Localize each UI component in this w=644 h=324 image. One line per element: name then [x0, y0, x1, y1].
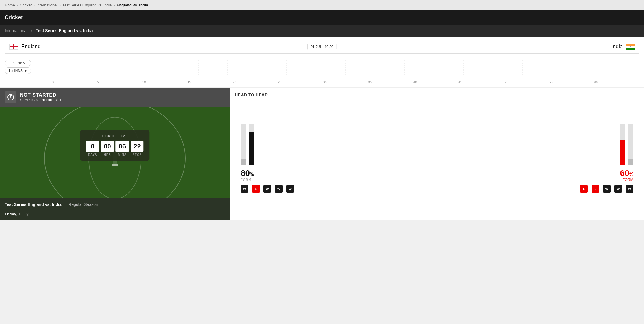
- india-flag-icon: [626, 44, 635, 50]
- india-form-pct: 60%: [620, 168, 633, 178]
- england-bar-bg: [241, 124, 246, 165]
- axis-10: 10: [142, 80, 187, 84]
- not-started-title: NOT STARTED: [20, 92, 62, 98]
- teams-content: England 01 JUL | 10:30 India: [5, 40, 639, 54]
- eng-result-2: L: [252, 185, 260, 193]
- breadcrumb: Home › Cricket › International › Test Se…: [0, 0, 644, 10]
- match-season: Regular Season: [68, 202, 98, 207]
- ind-result-5: W: [626, 185, 633, 193]
- india-flag-mid: [626, 46, 635, 48]
- england-bars: [241, 124, 254, 165]
- not-started-subtitle: STARTS AT 10:30 BST: [20, 98, 62, 102]
- match-info: Test Series England vs. India | Regular …: [0, 198, 230, 220]
- match-series-row: Test Series England vs. India | Regular …: [5, 202, 225, 207]
- kickoff-days: 0 DAYS: [86, 141, 99, 156]
- starts-at-label: STARTS AT: [20, 98, 40, 102]
- innings-dropdown[interactable]: 1st INNS ▼: [5, 67, 31, 74]
- kickoff-secs-val: 22: [131, 141, 143, 152]
- ind-result-2: L: [592, 185, 599, 193]
- kickoff-hrs-val: 00: [101, 141, 114, 152]
- kickoff-secs-label: SECS: [133, 153, 142, 156]
- india-bar-bg: [628, 124, 633, 165]
- kickoff-secs: 22 SECS: [131, 141, 143, 156]
- eng-result-3: W: [263, 185, 271, 193]
- kickoff-values: 0 DAYS 00 HRS 06 MINS 22 SECS: [86, 141, 143, 156]
- match-date-value: 1 July: [18, 212, 28, 216]
- match-date-line: Friday, 1 July: [5, 209, 225, 216]
- home-team-name: England: [21, 44, 41, 50]
- axis-0: 0: [52, 80, 97, 84]
- breadcrumb-sep4: ›: [113, 3, 115, 7]
- match-date-badge: 01 JUL | 10:30: [307, 44, 336, 50]
- ind-dash-3: –: [611, 187, 614, 191]
- england-form: 80% FORM W – L – W – W – W: [241, 124, 294, 193]
- right-panel: HEAD TO HEAD 80% FORM: [230, 88, 644, 220]
- breadcrumb-home[interactable]: Home: [5, 3, 15, 7]
- series-name: Test Series England vs. India: [36, 28, 93, 33]
- india-bar-main-bg: [620, 124, 625, 165]
- chart-axis: 0 5 10 15 20 25 30 35 40 45 50 55 60: [52, 80, 639, 85]
- stumps-icon: [112, 164, 118, 166]
- india-flag-stripes: [626, 44, 635, 50]
- innings-dropdown-arrow: ▼: [24, 69, 27, 73]
- eng-dash-4: –: [283, 187, 286, 191]
- h2h-content: 80% FORM W – L – W – W – W: [235, 106, 639, 193]
- england-form-label: FORM: [241, 178, 251, 181]
- sub-header: International › Test Series England vs. …: [0, 25, 644, 37]
- india-flag-bot: [626, 48, 635, 50]
- breadcrumb-series[interactable]: Test Series England vs. India: [62, 3, 112, 7]
- eng-result-1: W: [241, 185, 248, 193]
- kickoff-hrs-label: HRS: [104, 153, 111, 156]
- match-visual: KICKOFF TIME 0 DAYS 00 HRS 06 MINS: [0, 107, 230, 198]
- england-results: W – L – W – W – W: [241, 185, 294, 193]
- ind-dash-4: –: [622, 187, 625, 191]
- chart-svg: [52, 60, 639, 80]
- match-series-name: Test Series England vs. India: [5, 202, 62, 207]
- svg-point-14: [11, 95, 12, 96]
- match-date-label: Friday: [5, 212, 16, 216]
- eng-result-5: W: [286, 185, 294, 193]
- sport-header: Cricket: [0, 10, 644, 25]
- left-panel: NOT STARTED STARTS AT 10:30 BST KICKOFF …: [0, 88, 230, 220]
- england-bar-small: [241, 159, 246, 165]
- england-bar-main-bg: [249, 124, 254, 165]
- axis-55: 55: [549, 80, 594, 84]
- england-bar-fill: [249, 132, 254, 165]
- main-content: NOT STARTED STARTS AT 10:30 BST KICKOFF …: [0, 88, 644, 220]
- axis-20: 20: [233, 80, 278, 84]
- ind-dash-2: –: [600, 187, 602, 191]
- breadcrumb-sep3: ›: [59, 3, 60, 7]
- eng-dash-2: –: [260, 187, 263, 191]
- teams-row: England 01 JUL | 10:30 India: [0, 37, 644, 57]
- breadcrumb-sep2: ›: [33, 3, 34, 7]
- axis-35: 35: [368, 80, 413, 84]
- away-team-name: India: [611, 44, 623, 50]
- india-form: 60% FORM L – L – W – W – W: [580, 124, 633, 193]
- axis-30: 30: [323, 80, 368, 84]
- ind-result-4: W: [614, 185, 622, 193]
- india-results: L – L – W – W – W: [580, 185, 633, 193]
- kickoff-mins-val: 06: [116, 141, 129, 152]
- axis-60: 60: [594, 80, 639, 84]
- ind-result-3: W: [603, 185, 611, 193]
- kickoff-mins: 06 MINS: [116, 141, 129, 156]
- innings-btn-1[interactable]: 1st INNS: [5, 60, 31, 66]
- breadcrumb-sep1: ›: [17, 3, 18, 7]
- axis-50: 50: [504, 80, 549, 84]
- not-started-text: NOT STARTED STARTS AT 10:30 BST: [20, 92, 62, 102]
- axis-25: 25: [278, 80, 323, 84]
- starts-at-tz: BST: [54, 98, 62, 102]
- kickoff-days-val: 0: [86, 141, 99, 152]
- sub-header-chevron: ›: [31, 28, 32, 33]
- not-started-bar: NOT STARTED STARTS AT 10:30 BST: [0, 88, 230, 107]
- innings-dropdown-label: 1st INNS: [9, 69, 23, 73]
- series-link[interactable]: International: [5, 28, 27, 33]
- kickoff-mins-label: MINS: [118, 153, 126, 156]
- kickoff-box: KICKOFF TIME 0 DAYS 00 HRS 06 MINS: [80, 130, 149, 161]
- not-started-icon: [5, 91, 16, 103]
- breadcrumb-international[interactable]: International: [37, 3, 58, 7]
- breadcrumb-cricket[interactable]: Cricket: [20, 3, 32, 7]
- eng-dash-3: –: [272, 187, 274, 191]
- match-separator: |: [65, 202, 66, 207]
- eng-dash-1: –: [249, 187, 252, 191]
